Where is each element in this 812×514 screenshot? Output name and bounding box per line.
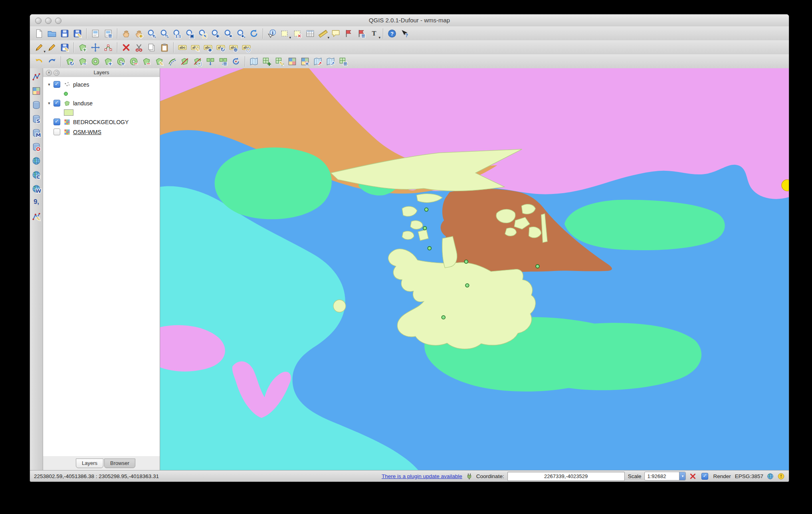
refresh-map-button[interactable] <box>248 28 260 40</box>
add-mssql-layer-button[interactable]: M <box>31 127 42 138</box>
add-wms-layer-button[interactable] <box>31 155 42 166</box>
layer-checkbox-landuse[interactable] <box>53 100 60 107</box>
current-edits-button[interactable]: ▾ <box>33 42 45 53</box>
deselect-features-button[interactable]: × <box>291 28 303 40</box>
select-features-button[interactable]: ▾ <box>279 28 291 40</box>
plugin-update-link[interactable]: There is a plugin update available <box>382 473 462 479</box>
paste-features-button[interactable] <box>158 42 170 53</box>
add-spatialite-layer-button[interactable]: S <box>31 113 42 125</box>
rotate-feature-button[interactable]: ↻ <box>64 55 76 67</box>
move-feature-button[interactable] <box>89 42 101 53</box>
grid-edit-button[interactable]: ✎ <box>273 55 285 67</box>
save-project-button[interactable] <box>59 28 71 40</box>
show-bookmarks-button[interactable]: ≡ <box>355 28 367 40</box>
tab-layers[interactable]: Layers <box>76 459 103 468</box>
toggle-editing-button[interactable] <box>46 42 58 53</box>
add-part-button[interactable]: + <box>102 55 114 67</box>
offset-curve-button[interactable] <box>166 55 178 67</box>
delete-selected-button[interactable] <box>120 42 132 53</box>
map-blue-arrow-button[interactable]: ↗ <box>325 55 337 67</box>
show-hide-labels-button[interactable]: ○ <box>240 42 252 53</box>
add-ring-button[interactable] <box>89 55 101 67</box>
panel-float-button[interactable]: □ <box>53 70 59 76</box>
layer-row-bedrockgeology[interactable]: BEDROCKGEOLOGY <box>43 117 160 127</box>
pan-to-selection-button[interactable]: ◈ <box>133 28 145 40</box>
merge-features-button[interactable] <box>204 55 216 67</box>
add-vector-layer-button[interactable] <box>31 71 42 83</box>
raster-checker-add-button[interactable]: + <box>299 55 311 67</box>
layer-label-landuse[interactable]: landuse <box>73 100 93 107</box>
add-wfs-layer-button[interactable]: W <box>31 183 42 194</box>
layer-row-osm-wms[interactable]: OSM-WMS <box>43 127 160 137</box>
add-feature-button[interactable]: + <box>77 42 89 53</box>
labeling-button[interactable] <box>176 42 188 53</box>
add-postgis-layer-button[interactable] <box>31 99 42 111</box>
stop-render-icon[interactable] <box>689 472 697 480</box>
rotate-label-button[interactable]: ↻ <box>215 42 227 53</box>
rotate-point-symbols-button[interactable] <box>230 55 242 67</box>
copy-features-button[interactable] <box>146 42 158 53</box>
grid-add-button[interactable] <box>261 55 273 67</box>
grid-list-button[interactable]: ≡ <box>337 55 349 67</box>
delete-part-button[interactable]: − <box>141 55 152 67</box>
new-shapefile-layer-button[interactable]: ✎ <box>31 211 42 222</box>
zoom-to-layer-button[interactable]: ◈ <box>210 28 222 40</box>
identify-features-button[interactable] <box>266 28 278 40</box>
pin-labels-button[interactable]: ⊕ <box>228 42 240 53</box>
messages-button[interactable] <box>777 472 785 480</box>
new-bookmark-button[interactable] <box>343 28 355 40</box>
title-bar[interactable]: QGIS 2.0.1-Dufour - wms-map <box>30 14 789 27</box>
layer-label-places[interactable]: places <box>73 81 89 88</box>
layer-checkbox-osm-wms[interactable] <box>53 128 60 135</box>
layers-panel-header[interactable]: ✕ □ Layers <box>43 68 160 77</box>
combo-arrows-icon[interactable]: ▾ <box>679 472 685 480</box>
layer-row-landuse[interactable]: ▼ landuse <box>43 98 160 108</box>
text-annotation-button[interactable]: ▾ <box>368 28 380 40</box>
open-project-button[interactable] <box>46 28 58 40</box>
help-contents-button[interactable] <box>386 28 398 40</box>
zoom-native-button[interactable]: 1:1 <box>171 28 183 40</box>
undo-button[interactable] <box>33 55 45 67</box>
add-wcs-layer-button[interactable]: C <box>31 169 42 180</box>
move-label-button[interactable]: ◈ <box>202 42 214 53</box>
minimize-button[interactable] <box>45 18 51 24</box>
add-delimited-text-layer-button[interactable] <box>31 197 42 208</box>
coordinate-input[interactable] <box>507 472 625 481</box>
map-red-arrow-button[interactable]: ↗ <box>312 55 324 67</box>
map-tips-button[interactable] <box>330 28 342 40</box>
crs-status-button[interactable] <box>766 472 774 480</box>
composer-manager-button[interactable]: ≡ <box>102 28 114 40</box>
scale-combo[interactable]: 1:92682 ▾ <box>644 472 686 480</box>
map-canvas[interactable] <box>160 68 789 471</box>
tab-browser[interactable]: Browser <box>104 459 135 468</box>
change-label-button[interactable]: ✎ <box>189 42 201 53</box>
open-attribute-table-button[interactable] <box>304 28 316 40</box>
zoom-button[interactable] <box>55 18 61 24</box>
close-button[interactable] <box>35 18 42 24</box>
layer-checkbox-bedrockgeology[interactable] <box>53 119 60 125</box>
expand-arrow-icon[interactable]: ▼ <box>46 101 52 105</box>
layer-checkbox-places[interactable] <box>53 81 60 88</box>
split-parts-button[interactable]: ▢ <box>192 55 204 67</box>
map-view-button[interactable] <box>248 55 260 67</box>
add-raster-layer-button[interactable] <box>31 85 42 97</box>
node-tool-button[interactable] <box>102 42 114 53</box>
measure-button[interactable]: ▾ <box>317 28 329 40</box>
expand-arrow-icon[interactable]: ▼ <box>46 83 52 87</box>
raster-checker-button[interactable] <box>286 55 298 67</box>
save-layer-edits-button[interactable]: ✎ <box>59 42 71 53</box>
fill-ring-button[interactable]: + <box>115 55 127 67</box>
merge-attributes-button[interactable]: ≡ <box>217 55 229 67</box>
render-checkbox[interactable] <box>701 473 708 480</box>
zoom-next-button[interactable]: ▸ <box>235 28 247 40</box>
zoom-last-button[interactable]: ◂ <box>222 28 234 40</box>
add-oracle-layer-button[interactable]: O <box>31 141 42 152</box>
save-project-as-button[interactable]: ✎ <box>71 28 83 40</box>
plugin-icon[interactable] <box>465 472 473 480</box>
split-features-button[interactable] <box>179 55 191 67</box>
zoom-in-button[interactable]: + <box>146 28 158 40</box>
cut-features-button[interactable] <box>133 42 145 53</box>
zoom-to-selection-button[interactable]: ▢ <box>197 28 209 40</box>
layer-label-osm-wms[interactable]: OSM-WMS <box>73 129 101 135</box>
zoom-out-button[interactable]: − <box>158 28 170 40</box>
